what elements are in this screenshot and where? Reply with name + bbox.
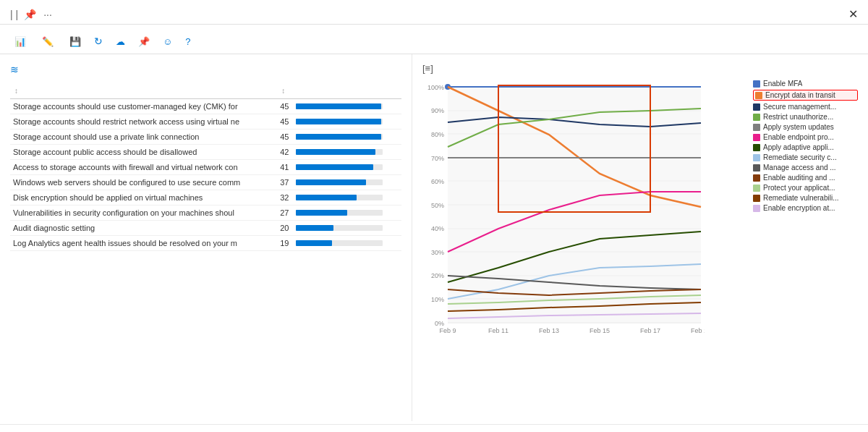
- legend-color-2: [753, 103, 760, 111]
- list-icon: ≋: [10, 64, 19, 75]
- legend-item-10: Protect your applicat...: [753, 184, 858, 192]
- row-count-0: 45: [277, 99, 401, 114]
- svg-text:50%: 50%: [431, 202, 444, 209]
- row-name-5: Windows web servers should be configured…: [10, 175, 277, 190]
- legend-color-9: [753, 174, 760, 182]
- app-title: | |: [10, 9, 18, 20]
- legend-color-4: [753, 124, 760, 131]
- table-row: Storage accounts should restrict network…: [10, 114, 401, 130]
- help-icon: ?: [185, 36, 190, 47]
- legend-label-11: Remediate vulnerabili...: [763, 194, 839, 202]
- cloud-icon: ☁: [116, 36, 125, 47]
- legend-item-7: Remediate security c...: [753, 153, 858, 161]
- main-content: ≋ ↕ ↕ Storage: [0, 54, 868, 421]
- row-name-8: Audit diagnostic setting: [10, 221, 277, 236]
- toolbar-cloud[interactable]: ☁: [111, 34, 129, 49]
- legend-color-8: [753, 164, 760, 171]
- row-name-2: Storage account should use a private lin…: [10, 130, 277, 145]
- toolbar-refresh[interactable]: ↻: [90, 33, 107, 49]
- toolbar: 📊 ✏️ 💾 ↻ ☁ 📌 ☺ ?: [0, 29, 868, 54]
- row-count-1: 45: [277, 114, 401, 130]
- left-panel: ≋ ↕ ↕ Storage: [0, 54, 412, 421]
- legend-color-7: [753, 154, 760, 161]
- svg-text:100%: 100%: [427, 84, 444, 91]
- toolbar-workbooks[interactable]: 📊: [10, 34, 33, 49]
- table-row: Vulnerabilities in security configuratio…: [10, 206, 401, 221]
- svg-text:40%: 40%: [431, 225, 444, 232]
- legend-item-11: Remediate vulnerabili...: [753, 194, 858, 202]
- y-axis: 100% 90% 80% 70% 60% 50% 40% 30% 20% 10%…: [427, 84, 444, 327]
- svg-text:90%: 90%: [431, 107, 444, 114]
- legend-color-3: [753, 114, 760, 121]
- legend-label-1: Encrypt data in transit: [765, 91, 835, 99]
- legend-label-4: Apply system updates: [763, 123, 834, 131]
- workbooks-icon: 📊: [14, 36, 26, 47]
- legend-item-12: Enable encryption at...: [753, 204, 858, 212]
- legend-item-0: Enable MFA: [753, 80, 858, 88]
- svg-text:Feb 11: Feb 11: [488, 327, 509, 333]
- edit-icon: ✏️: [42, 36, 54, 47]
- table-row: Storage accounts should use customer-man…: [10, 99, 401, 114]
- legend-label-9: Enable auditing and ...: [763, 174, 835, 182]
- legend-color-11: [753, 195, 760, 202]
- row-name-9: Log Analytics agent health issues should…: [10, 236, 277, 251]
- table-row: Storage account should use a private lin…: [10, 130, 401, 145]
- line-chart-svg: 100% 90% 80% 70% 60% 50% 40% 30% 20% 10%…: [422, 80, 705, 333]
- svg-text:80%: 80%: [431, 131, 444, 138]
- svg-text:Feb 9: Feb 9: [439, 327, 456, 333]
- chart-header-icon: [≡]: [422, 63, 433, 74]
- svg-text:70%: 70%: [431, 155, 444, 162]
- feedback-icon: ☺: [163, 36, 172, 47]
- table-row: Log Analytics agent health issues should…: [10, 236, 401, 251]
- toolbar-feedback[interactable]: ☺: [158, 34, 176, 49]
- svg-text:Feb 15: Feb 15: [590, 327, 610, 333]
- toolbar-help[interactable]: ?: [181, 34, 197, 49]
- svg-text:0%: 0%: [435, 320, 444, 327]
- row-count-2: 45: [277, 130, 401, 145]
- row-name-3: Storage account public access should be …: [10, 145, 277, 160]
- row-name-1: Storage accounts should restrict network…: [10, 114, 277, 130]
- row-name-0: Storage accounts should use customer-man…: [10, 99, 277, 114]
- legend-label-2: Secure management...: [763, 103, 836, 111]
- row-count-5: 37: [277, 175, 401, 190]
- chart-svg-container: 100% 90% 80% 70% 60% 50% 40% 30% 20% 10%…: [422, 80, 750, 335]
- toolbar-save[interactable]: 💾: [65, 34, 85, 49]
- row-name-7: Vulnerabilities in security configuratio…: [10, 206, 277, 221]
- legend-item-3: Restrict unauthorize...: [753, 113, 858, 121]
- svg-text:Feb 13: Feb 13: [539, 327, 559, 333]
- legend-color-5: [753, 134, 760, 141]
- more-options-icon[interactable]: ···: [43, 9, 52, 20]
- pin-toolbar-icon: 📌: [138, 36, 150, 47]
- col-header-name[interactable]: ↕: [10, 82, 277, 99]
- legend-item-1: Encrypt data in transit: [753, 90, 858, 101]
- legend-item-6: Apply adaptive appli...: [753, 143, 858, 151]
- col-header-count[interactable]: ↕: [277, 82, 401, 99]
- legend-label-5: Enable endpoint pro...: [763, 133, 834, 141]
- legend-item-9: Enable auditing and ...: [753, 174, 858, 182]
- legend-color-0: [753, 80, 760, 88]
- sort-icon-name: ↕: [14, 87, 18, 95]
- row-count-8: 20: [277, 221, 401, 236]
- breadcrumb-separator2: |: [16, 9, 19, 20]
- refresh-icon: ↻: [94, 35, 103, 47]
- legend-item-8: Manage access and ...: [753, 164, 858, 171]
- legend-label-3: Restrict unauthorize...: [763, 113, 833, 121]
- chart-area: 100% 90% 80% 70% 60% 50% 40% 30% 20% 10%…: [422, 80, 858, 335]
- legend-label-0: Enable MFA: [763, 80, 802, 88]
- legend-color-6: [753, 144, 760, 151]
- row-count-3: 42: [277, 145, 401, 160]
- left-section-header: ≋: [10, 63, 401, 75]
- legend-label-7: Remediate security c...: [763, 153, 837, 161]
- table-row: Access to storage accounts with firewall…: [10, 160, 401, 175]
- pin-icon[interactable]: 📌: [24, 9, 36, 20]
- legend-item-2: Secure management...: [753, 103, 858, 111]
- toolbar-pin[interactable]: 📌: [134, 34, 154, 49]
- legend-color-12: [753, 205, 760, 212]
- kpi-row: Enable MFA (Last) 100 % Encrypt data in …: [0, 424, 868, 432]
- legend-color-10: [753, 185, 760, 192]
- svg-text:10%: 10%: [431, 296, 444, 303]
- table-row: Storage account public access should be …: [10, 145, 401, 160]
- title-bar: | | 📌 ··· ✕: [0, 0, 868, 25]
- close-icon[interactable]: ✕: [848, 7, 858, 21]
- toolbar-edit[interactable]: ✏️: [38, 34, 61, 49]
